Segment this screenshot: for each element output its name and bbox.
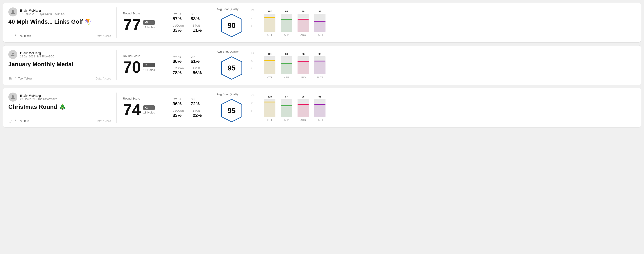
bar-value-arg: 98	[302, 10, 304, 13]
bar-wrapper-app	[281, 14, 292, 32]
fw-hit-value: 57%	[172, 16, 182, 21]
bar-chart-container: 100 50 0 110 OTT 87	[257, 94, 631, 121]
bar-group-ott: 107 OTT	[264, 10, 276, 36]
svg-point-0	[12, 10, 14, 12]
oneputt-stat: 1 Putt 22%	[193, 109, 202, 118]
bar-label-arg: ARG	[300, 119, 306, 121]
bar-group-app: 87 APP	[281, 95, 292, 121]
gir-stat: GIR 61%	[190, 55, 200, 64]
bar-wrapper-ott	[264, 14, 276, 32]
fw-hit-stat: FW Hit 86%	[172, 55, 182, 64]
player-info: Blair McHarg 29 Jan 2022 · Mill Ride GCC	[8, 50, 111, 59]
hexagon-score: 95	[228, 107, 236, 115]
fw-hit-stat: FW Hit 57%	[172, 13, 182, 21]
round-score-label: Round Score	[123, 97, 160, 100]
score-number: 77	[123, 16, 141, 33]
oneputt-value: 11%	[193, 28, 202, 33]
bar-value-ott: 107	[268, 10, 272, 13]
bar-accent	[281, 19, 292, 20]
person-icon	[10, 94, 16, 100]
gir-value: 83%	[190, 16, 200, 21]
player-info: Blair McHarg 27 Dec 2021 · The Oxfordshi…	[8, 93, 111, 102]
player-date-course: 29 Jan 2022 · Mill Ride GCC	[20, 55, 54, 58]
bar-label-putt: PUTT	[317, 119, 323, 121]
bar-wrapper-ott	[264, 99, 276, 117]
hexagon-container: 95	[220, 56, 243, 80]
data-source: Data: Arccos	[96, 120, 111, 123]
score-meta: -2 18 Holes	[143, 63, 155, 72]
bar-chart: 101 OTT 86 APP	[264, 52, 631, 79]
player-meta: Blair McHarg 29 Jan 2022 · Mill Ride GCC	[20, 51, 54, 58]
updown-stat: Up/Down 33%	[172, 24, 184, 33]
weather-icon	[8, 77, 12, 80]
bar-label-app: APP	[284, 119, 289, 121]
bar-label-putt: PUTT	[317, 33, 323, 36]
bar-fill	[298, 61, 309, 74]
updown-label: Up/Down	[172, 67, 184, 70]
tee-info: Tee: Blue	[8, 119, 30, 123]
bar-value-app: 87	[285, 95, 288, 98]
round-score-label: Round Score	[123, 12, 160, 15]
holes-label: 18 Holes	[143, 26, 155, 29]
score-section-1: Round Score 77 +5 18 Holes	[116, 7, 166, 38]
footer-row: Tee: Blue Data: Arccos	[8, 119, 111, 123]
bar-label-putt: PUTT	[317, 76, 323, 79]
bar-fill	[281, 19, 292, 32]
quality-label: Avg Shot Quality	[217, 93, 239, 96]
bar-value-arg: 96	[302, 53, 304, 55]
bar-value-app: 95	[285, 10, 288, 13]
quality-label: Avg Shot Quality	[217, 50, 239, 53]
fw-hit-label: FW Hit	[172, 55, 182, 58]
bar-value-putt: 82	[318, 10, 321, 13]
score-number: 70	[123, 59, 141, 75]
bar-accent	[264, 17, 276, 18]
gir-value: 61%	[190, 59, 200, 64]
left-section-1: Blair McHarg 12 Feb 2022 · Royal North D…	[8, 7, 116, 38]
tee-info: Tee: Black	[8, 34, 31, 38]
round-title: January Monthly Medal	[8, 61, 111, 68]
bar-wrapper-app	[281, 56, 292, 74]
score-meta: +2 18 Holes	[143, 105, 155, 114]
oneputt-stat: 1 Putt 56%	[193, 67, 202, 75]
bar-wrapper-ott	[264, 56, 276, 74]
bar-group-app: 86 APP	[281, 53, 292, 79]
bar-wrapper-arg	[298, 14, 309, 32]
bar-label-ott: OTT	[267, 119, 272, 121]
score-badge: +2	[143, 105, 155, 110]
score-row: 77 +5 18 Holes	[123, 16, 160, 33]
bar-group-arg: 95 ARG	[298, 95, 309, 121]
player-name: Blair McHarg	[20, 8, 65, 12]
left-section-2: Blair McHarg 29 Jan 2022 · Mill Ride GCC…	[8, 50, 116, 80]
stats-group-bottom: Up/Down 33% 1 Putt 22%	[172, 109, 205, 118]
stats-section-2: FW Hit 86% GIR 61% Up/Down 78% 1 Putt	[166, 50, 211, 80]
gir-label: GIR	[190, 98, 200, 101]
score-row: 70 -2 18 Holes	[123, 59, 160, 75]
round-card-3: Blair McHarg 27 Dec 2021 · The Oxfordshi…	[3, 88, 641, 128]
weather-icon	[8, 34, 12, 38]
chart-y-labels: 100 50 0	[250, 9, 254, 27]
bar-accent	[264, 102, 276, 103]
chart-section-3: 100 50 0 110 OTT 87	[252, 93, 636, 123]
updown-label: Up/Down	[172, 24, 184, 27]
gir-value: 72%	[190, 101, 200, 107]
fw-hit-label: FW Hit	[172, 98, 182, 101]
bar-group-arg: 96 ARG	[298, 53, 309, 79]
bar-fill	[298, 104, 309, 117]
fw-hit-label: FW Hit	[172, 13, 182, 16]
tee-info: Tee: Yellow	[8, 77, 32, 80]
data-source: Data: Arccos	[96, 34, 111, 38]
stats-group-top: FW Hit 36% GIR 72%	[172, 98, 205, 107]
bar-chart-container: 100 50 0 107 OTT 95	[257, 9, 631, 36]
avatar	[8, 7, 17, 16]
bar-wrapper-arg	[298, 99, 309, 117]
bar-group-app: 95 APP	[281, 10, 292, 36]
bar-group-ott: 110 OTT	[264, 95, 276, 121]
hexagon-container: 95	[220, 98, 243, 123]
player-meta: Blair McHarg 12 Feb 2022 · Royal North D…	[20, 8, 65, 15]
player-name: Blair McHarg	[20, 94, 57, 98]
bar-value-ott: 110	[268, 95, 272, 98]
footer-row: Tee: Black Data: Arccos	[8, 34, 111, 38]
updown-stat: Up/Down 78%	[172, 67, 184, 75]
bar-label-ott: OTT	[267, 76, 272, 79]
player-date-course: 12 Feb 2022 · Royal North Devon GC	[20, 12, 65, 15]
